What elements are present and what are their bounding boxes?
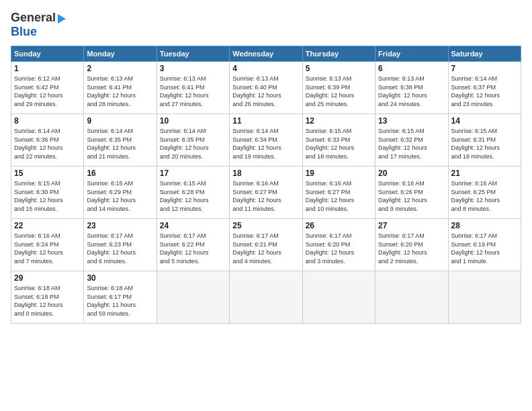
day-number: 22	[14, 221, 81, 230]
logo: General Blue	[11, 11, 66, 39]
day-number: 18	[232, 169, 299, 178]
day-info: Sunrise: 6:13 AM Sunset: 6:40 PM Dayligh…	[232, 75, 299, 108]
calendar-cell	[448, 271, 521, 324]
calendar-cell: 15Sunrise: 6:15 AM Sunset: 6:30 PM Dayli…	[11, 167, 84, 219]
calendar-cell: 22Sunrise: 6:16 AM Sunset: 6:24 PM Dayli…	[11, 219, 84, 271]
calendar-cell: 8Sunrise: 6:14 AM Sunset: 6:36 PM Daylig…	[11, 114, 84, 167]
day-info: Sunrise: 6:13 AM Sunset: 6:41 PM Dayligh…	[160, 75, 226, 108]
day-number: 12	[306, 116, 372, 126]
day-info: Sunrise: 6:16 AM Sunset: 6:27 PM Dayligh…	[232, 179, 299, 213]
calendar-cell: 20Sunrise: 6:16 AM Sunset: 6:26 PM Dayli…	[375, 167, 448, 219]
day-info: Sunrise: 6:14 AM Sunset: 6:36 PM Dayligh…	[14, 127, 81, 161]
page: General Blue Sunday Monday Tuesday Wedne…	[0, 0, 532, 411]
day-number: 20	[378, 169, 445, 178]
col-wednesday: Wednesday	[230, 46, 302, 62]
day-info: Sunrise: 6:16 AM Sunset: 6:26 PM Dayligh…	[378, 179, 445, 213]
calendar-cell: 29Sunrise: 6:18 AM Sunset: 6:18 PM Dayli…	[11, 271, 84, 324]
calendar-cell: 19Sunrise: 6:16 AM Sunset: 6:27 PM Dayli…	[302, 167, 375, 219]
day-number: 17	[160, 169, 226, 178]
day-info: Sunrise: 6:15 AM Sunset: 6:33 PM Dayligh…	[306, 127, 372, 161]
day-number: 2	[87, 64, 153, 73]
day-number: 8	[14, 116, 81, 126]
day-number: 10	[160, 116, 226, 126]
calendar-cell: 28Sunrise: 6:17 AM Sunset: 6:19 PM Dayli…	[448, 219, 521, 271]
calendar-cell: 30Sunrise: 6:18 AM Sunset: 6:17 PM Dayli…	[84, 271, 157, 324]
day-info: Sunrise: 6:12 AM Sunset: 6:42 PM Dayligh…	[14, 75, 81, 108]
day-info: Sunrise: 6:14 AM Sunset: 6:35 PM Dayligh…	[87, 127, 153, 161]
calendar-cell	[230, 271, 302, 324]
day-info: Sunrise: 6:16 AM Sunset: 6:24 PM Dayligh…	[14, 232, 81, 265]
day-number: 27	[378, 221, 445, 230]
day-number: 9	[87, 116, 153, 126]
day-info: Sunrise: 6:17 AM Sunset: 6:22 PM Dayligh…	[160, 232, 226, 265]
day-info: Sunrise: 6:17 AM Sunset: 6:21 PM Dayligh…	[232, 232, 299, 265]
day-info: Sunrise: 6:17 AM Sunset: 6:19 PM Dayligh…	[451, 232, 518, 265]
logo-blue: Blue	[11, 25, 37, 38]
calendar-cell: 9Sunrise: 6:14 AM Sunset: 6:35 PM Daylig…	[84, 114, 157, 167]
day-number: 15	[14, 169, 81, 178]
day-number: 19	[306, 169, 372, 178]
calendar-cell	[157, 271, 229, 324]
calendar-cell: 5Sunrise: 6:13 AM Sunset: 6:39 PM Daylig…	[302, 62, 375, 114]
calendar-cell: 13Sunrise: 6:15 AM Sunset: 6:32 PM Dayli…	[375, 114, 448, 167]
day-info: Sunrise: 6:17 AM Sunset: 6:20 PM Dayligh…	[306, 232, 372, 265]
day-info: Sunrise: 6:13 AM Sunset: 6:38 PM Dayligh…	[378, 75, 445, 108]
day-info: Sunrise: 6:14 AM Sunset: 6:35 PM Dayligh…	[160, 127, 226, 161]
day-number: 25	[232, 221, 299, 230]
calendar-cell: 17Sunrise: 6:15 AM Sunset: 6:28 PM Dayli…	[157, 167, 229, 219]
calendar-cell: 4Sunrise: 6:13 AM Sunset: 6:40 PM Daylig…	[230, 62, 302, 114]
calendar-cell: 25Sunrise: 6:17 AM Sunset: 6:21 PM Dayli…	[230, 219, 302, 271]
day-info: Sunrise: 6:16 AM Sunset: 6:25 PM Dayligh…	[451, 179, 518, 213]
day-info: Sunrise: 6:18 AM Sunset: 6:18 PM Dayligh…	[14, 284, 81, 318]
calendar-week-row: 15Sunrise: 6:15 AM Sunset: 6:30 PM Dayli…	[11, 167, 521, 219]
day-number: 3	[160, 64, 226, 73]
day-number: 11	[232, 116, 299, 126]
day-number: 21	[451, 169, 518, 178]
calendar-cell: 2Sunrise: 6:13 AM Sunset: 6:41 PM Daylig…	[84, 62, 157, 114]
calendar-cell: 14Sunrise: 6:15 AM Sunset: 6:31 PM Dayli…	[448, 114, 521, 167]
calendar-week-row: 29Sunrise: 6:18 AM Sunset: 6:18 PM Dayli…	[11, 271, 521, 324]
day-info: Sunrise: 6:15 AM Sunset: 6:31 PM Dayligh…	[451, 127, 518, 161]
day-info: Sunrise: 6:13 AM Sunset: 6:39 PM Dayligh…	[306, 75, 372, 108]
day-number: 5	[306, 64, 372, 73]
calendar-cell: 11Sunrise: 6:14 AM Sunset: 6:34 PM Dayli…	[230, 114, 302, 167]
day-number: 7	[451, 64, 518, 73]
day-info: Sunrise: 6:15 AM Sunset: 6:28 PM Dayligh…	[160, 179, 226, 213]
day-info: Sunrise: 6:17 AM Sunset: 6:20 PM Dayligh…	[378, 232, 445, 265]
header: General Blue	[11, 11, 521, 39]
calendar-cell: 6Sunrise: 6:13 AM Sunset: 6:38 PM Daylig…	[375, 62, 448, 114]
day-info: Sunrise: 6:15 AM Sunset: 6:30 PM Dayligh…	[14, 179, 81, 213]
calendar-cell	[302, 271, 375, 324]
calendar-cell: 18Sunrise: 6:16 AM Sunset: 6:27 PM Dayli…	[230, 167, 302, 219]
day-number: 14	[451, 116, 518, 126]
calendar-week-row: 22Sunrise: 6:16 AM Sunset: 6:24 PM Dayli…	[11, 219, 521, 271]
day-info: Sunrise: 6:14 AM Sunset: 6:37 PM Dayligh…	[451, 75, 518, 108]
calendar-cell: 23Sunrise: 6:17 AM Sunset: 6:23 PM Dayli…	[84, 219, 157, 271]
calendar-cell: 12Sunrise: 6:15 AM Sunset: 6:33 PM Dayli…	[302, 114, 375, 167]
col-sunday: Sunday	[11, 46, 84, 62]
day-number: 28	[451, 221, 518, 230]
logo-line1: General	[11, 11, 66, 25]
col-monday: Monday	[84, 46, 157, 62]
day-number: 13	[378, 116, 445, 126]
header-row: Sunday Monday Tuesday Wednesday Thursday…	[11, 46, 521, 62]
day-number: 4	[232, 64, 299, 73]
calendar-cell: 21Sunrise: 6:16 AM Sunset: 6:25 PM Dayli…	[448, 167, 521, 219]
day-number: 23	[87, 221, 153, 230]
calendar-cell: 27Sunrise: 6:17 AM Sunset: 6:20 PM Dayli…	[375, 219, 448, 271]
calendar-cell: 16Sunrise: 6:15 AM Sunset: 6:29 PM Dayli…	[84, 167, 157, 219]
calendar-cell: 10Sunrise: 6:14 AM Sunset: 6:35 PM Dayli…	[157, 114, 229, 167]
calendar-cell: 24Sunrise: 6:17 AM Sunset: 6:22 PM Dayli…	[157, 219, 229, 271]
calendar-week-row: 8Sunrise: 6:14 AM Sunset: 6:36 PM Daylig…	[11, 114, 521, 167]
calendar-cell: 7Sunrise: 6:14 AM Sunset: 6:37 PM Daylig…	[448, 62, 521, 114]
day-info: Sunrise: 6:17 AM Sunset: 6:23 PM Dayligh…	[87, 232, 153, 265]
logo-line2: Blue	[11, 25, 37, 39]
day-number: 6	[378, 64, 445, 73]
calendar-table: Sunday Monday Tuesday Wednesday Thursday…	[11, 46, 521, 324]
day-number: 26	[306, 221, 372, 230]
col-friday: Friday	[375, 46, 448, 62]
col-saturday: Saturday	[448, 46, 521, 62]
calendar-cell: 3Sunrise: 6:13 AM Sunset: 6:41 PM Daylig…	[157, 62, 229, 114]
calendar-cell: 26Sunrise: 6:17 AM Sunset: 6:20 PM Dayli…	[302, 219, 375, 271]
day-number: 24	[160, 221, 226, 230]
